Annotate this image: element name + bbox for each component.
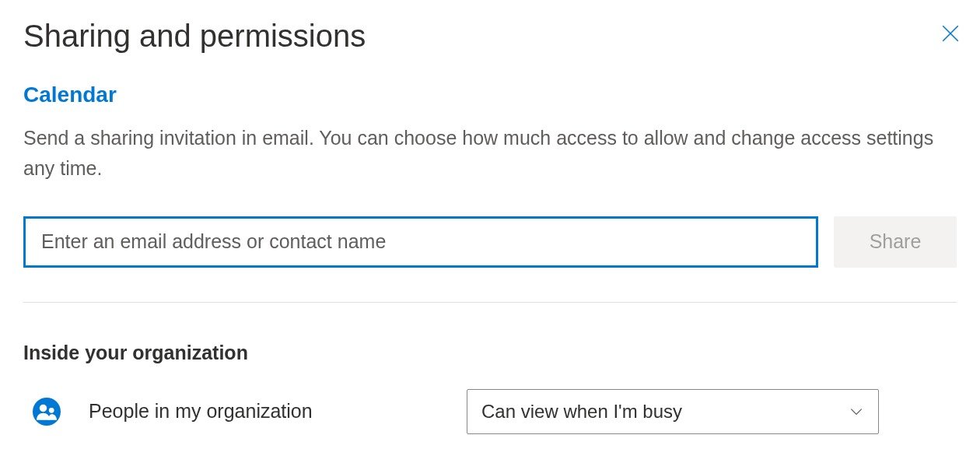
svg-point-2 xyxy=(33,398,61,426)
org-section-heading: Inside your organization xyxy=(23,342,957,364)
page-title: Sharing and permissions xyxy=(23,17,957,54)
org-row-label: People in my organization xyxy=(89,400,467,423)
close-button[interactable] xyxy=(938,22,963,47)
svg-point-3 xyxy=(40,404,47,411)
permission-select-value: Can view when I'm busy xyxy=(481,401,849,423)
email-input[interactable] xyxy=(23,216,818,268)
share-button[interactable]: Share xyxy=(834,216,957,268)
sharing-permissions-panel: Sharing and permissions Calendar Send a … xyxy=(0,0,980,470)
org-permission-row: People in my organization Can view when … xyxy=(23,389,957,434)
permission-select[interactable]: Can view when I'm busy xyxy=(467,389,879,434)
invite-row: Share xyxy=(23,216,957,268)
calendar-subtitle: Calendar xyxy=(23,82,957,107)
svg-point-4 xyxy=(49,407,54,412)
chevron-down-icon xyxy=(849,404,864,419)
close-icon xyxy=(940,23,961,46)
calendar-description: Send a sharing invitation in email. You … xyxy=(23,123,957,184)
people-icon xyxy=(33,398,61,426)
divider xyxy=(23,302,957,303)
